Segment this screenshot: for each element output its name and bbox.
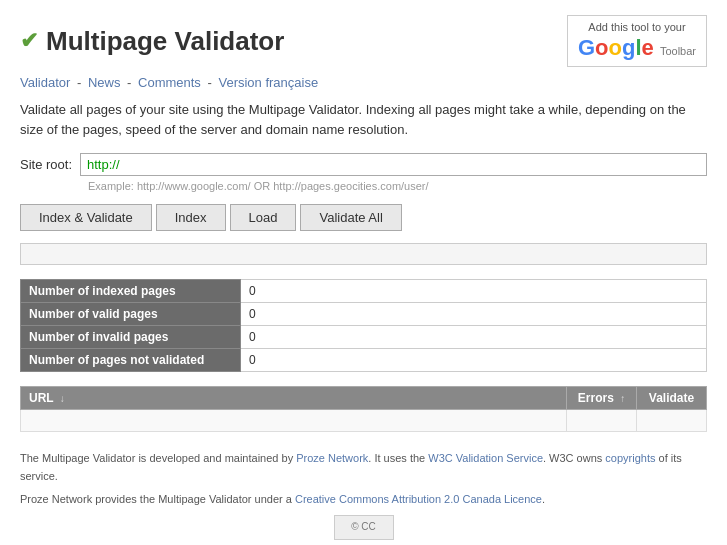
header-left: ✔ Multipage Validator [20, 26, 284, 57]
url-col-header[interactable]: URL ↓ [21, 387, 567, 410]
nav-sep-1: - [77, 75, 85, 90]
validate-all-button[interactable]: Validate All [300, 204, 401, 231]
w3c-link[interactable]: W3C Validation Service [428, 452, 543, 464]
errors-col-header[interactable]: Errors ↑ [567, 387, 637, 410]
buttons-row: Index & Validate Index Load Validate All [20, 204, 707, 231]
copyrights-link[interactable]: copyrights [605, 452, 655, 464]
index-button[interactable]: Index [156, 204, 226, 231]
stat-value: 0 [241, 280, 707, 303]
proze-link[interactable]: Proze Network [296, 452, 368, 464]
url-sort-icon: ↓ [60, 393, 65, 404]
cc-link[interactable]: Creative Commons Attribution 2.0 Canada … [295, 493, 542, 505]
example-text: Example: http://www.google.com/ OR http:… [88, 180, 707, 192]
stat-label: Number of indexed pages [21, 280, 241, 303]
url-cell [21, 410, 567, 432]
stat-value: 0 [241, 326, 707, 349]
nav-sep-3: - [208, 75, 216, 90]
nav-link-comments[interactable]: Comments [138, 75, 201, 90]
validate-cell [637, 410, 707, 432]
footer: The Multipage Validator is developed and… [20, 450, 707, 540]
stats-row: Number of indexed pages0 [21, 280, 707, 303]
nav-link-news[interactable]: News [88, 75, 121, 90]
site-root-label: Site root: [20, 157, 72, 172]
validate-col-header[interactable]: Validate [637, 387, 707, 410]
site-root-row: Site root: [20, 153, 707, 176]
load-button[interactable]: Load [230, 204, 297, 231]
footer-line2: Proze Network provides the Multipage Val… [20, 491, 707, 509]
url-table: URL ↓ Errors ↑ Validate [20, 386, 707, 432]
stats-row: Number of valid pages0 [21, 303, 707, 326]
site-root-input[interactable] [80, 153, 707, 176]
description-text: Validate all pages of your site using th… [20, 100, 707, 139]
stat-value: 0 [241, 303, 707, 326]
progress-bar-area [20, 243, 707, 265]
stats-row: Number of invalid pages0 [21, 326, 707, 349]
nav-sep-2: - [127, 75, 135, 90]
google-logo: Google Toolbar [578, 35, 696, 61]
stats-row: Number of pages not validated0 [21, 349, 707, 372]
errors-sort-icon: ↑ [620, 393, 625, 404]
page-header: ✔ Multipage Validator Add this tool to y… [20, 15, 707, 67]
cc-badge-text: © CC [351, 519, 376, 535]
toolbar-label: Toolbar [660, 45, 696, 57]
page-title: Multipage Validator [46, 26, 284, 57]
google-add-text: Add this tool to your [578, 21, 696, 33]
stats-table: Number of indexed pages0Number of valid … [20, 279, 707, 372]
nav-link-validator[interactable]: Validator [20, 75, 70, 90]
stat-label: Number of pages not validated [21, 349, 241, 372]
index-validate-button[interactable]: Index & Validate [20, 204, 152, 231]
checkmark-icon: ✔ [20, 28, 38, 54]
stat-value: 0 [241, 349, 707, 372]
url-table-row [21, 410, 707, 432]
errors-cell [567, 410, 637, 432]
nav-link-french[interactable]: Version française [218, 75, 318, 90]
cc-badge: © CC [334, 515, 394, 540]
nav-links: Validator - News - Comments - Version fr… [20, 75, 707, 90]
google-toolbar-box[interactable]: Add this tool to your Google Toolbar [567, 15, 707, 67]
stat-label: Number of invalid pages [21, 326, 241, 349]
stat-label: Number of valid pages [21, 303, 241, 326]
footer-line1: The Multipage Validator is developed and… [20, 450, 707, 485]
